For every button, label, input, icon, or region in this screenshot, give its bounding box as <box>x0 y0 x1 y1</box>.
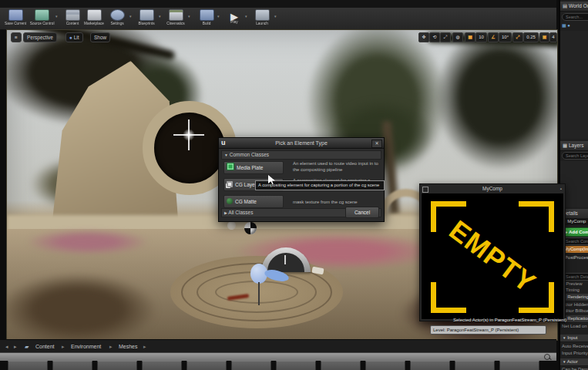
asset-thumbnail[interactable] <box>8 361 48 370</box>
save-current-button[interactable]: Save Current <box>3 8 28 29</box>
grid-snap-value[interactable]: 10 <box>475 32 487 42</box>
row-can-be-damaged[interactable]: Can be Damaged <box>562 366 588 370</box>
cancel-button[interactable]: Cancel <box>345 207 379 218</box>
tab-layers[interactable]: ▦ Layers <box>560 141 588 151</box>
rotate-tool-button[interactable]: ⟲ <box>429 32 440 42</box>
cinematics-button[interactable]: Cinematics <box>163 8 188 29</box>
asset-thumbnail[interactable] <box>499 361 539 370</box>
asset-thumbnail[interactable] <box>321 361 361 370</box>
asset-thumbnail[interactable] <box>276 361 316 370</box>
scale-snap-value[interactable]: 0.25 <box>523 32 539 42</box>
outliner-search-input[interactable]: Search... <box>562 13 588 21</box>
chevron-down-icon[interactable]: ▾ <box>159 14 161 18</box>
scale-snap-toggle[interactable]: ⤢ <box>512 32 523 42</box>
launch-button[interactable]: Launch <box>250 8 274 29</box>
chevron-down-icon[interactable]: ▾ <box>274 14 277 18</box>
toolbar-label: Source Control <box>30 21 53 25</box>
section-actor[interactable]: ▼ Actor <box>560 358 588 366</box>
minimize-icon[interactable]: ▪ <box>560 184 562 193</box>
cg-matte-button[interactable]: CG Matte <box>223 195 284 208</box>
lit-mode-button[interactable]: ● Lit <box>66 32 83 42</box>
chevron-down-icon[interactable]: ▾ <box>245 14 247 18</box>
back-button[interactable]: ◂ <box>5 340 8 353</box>
level-indicator[interactable]: Level: ParagonFeatStream_P (Persistent) <box>430 325 546 335</box>
section-input[interactable]: ▼ Input <box>560 335 588 342</box>
breadcrumb-meshes[interactable]: Meshes <box>119 340 138 353</box>
camera-speed-value[interactable]: 4 <box>549 32 557 42</box>
row-input-priority[interactable]: Input Priority <box>562 350 588 357</box>
blueprints-button[interactable]: Blueprints <box>134 8 159 29</box>
forward-button[interactable]: ▸ <box>14 340 17 353</box>
details-search-input[interactable]: Search Details <box>562 273 588 281</box>
layers-search-input[interactable]: Search Layers <box>562 152 588 160</box>
composure-preview-window[interactable]: MyComp ▪ EMPTY <box>419 183 566 321</box>
asset-thumbnail[interactable] <box>97 361 137 370</box>
tab-world-outliner[interactable]: ▤ World Outliner <box>560 2 588 12</box>
show-menu-button[interactable]: Show <box>90 32 110 42</box>
input-title: Input <box>567 335 577 340</box>
dialog-title-bar[interactable]: u Pick an Element Type ✕ <box>219 138 384 149</box>
blueprints-icon <box>139 9 154 21</box>
breadcrumb-content[interactable]: Content <box>35 340 55 353</box>
rotation-snap-value[interactable]: 10° <box>499 32 512 42</box>
asset-thumbnail[interactable] <box>186 361 227 370</box>
lit-sphere-icon: ● <box>69 35 72 40</box>
asset-thumbnail[interactable] <box>455 361 495 370</box>
world-local-toggle[interactable]: ◍ <box>452 32 463 42</box>
actor-name: MyComp <box>567 219 586 224</box>
camera-speed-button[interactable]: ▣ <box>539 32 549 42</box>
lit-label: Lit <box>74 35 79 40</box>
grid-snap-toggle[interactable]: ▦ <box>465 32 475 42</box>
play-button[interactable]: ▶ Play <box>222 8 247 29</box>
components-search-input[interactable]: Search Components <box>562 237 588 245</box>
chevron-down-icon[interactable]: ▾ <box>217 14 220 18</box>
rotation-snap-toggle[interactable]: ∠ <box>488 32 499 42</box>
scale-tool-button[interactable]: ⤢ <box>440 32 451 42</box>
add-component-button[interactable]: + Add Component <box>562 227 588 237</box>
details-row-timing[interactable]: ▶ Timing <box>562 287 588 294</box>
perspective-button[interactable]: Perspective <box>23 32 57 42</box>
type-icon: ● <box>567 23 570 28</box>
asset-thumbnail[interactable] <box>142 361 182 370</box>
scene-gauge-needle <box>284 255 286 264</box>
asset-filter-bar[interactable] <box>0 352 556 361</box>
camera-speed-label: 4 <box>552 35 554 39</box>
asset-thumbnail[interactable] <box>365 361 405 370</box>
row-auto-receive[interactable]: Auto Receive Inpu <box>562 343 588 350</box>
move-tool-button[interactable]: ✥ <box>418 32 429 42</box>
toolbar-label: Build <box>195 21 218 25</box>
breadcrumb-environment[interactable]: Environment <box>71 340 101 353</box>
component-row-selected[interactable]: MyComp(Instance) <box>562 246 588 253</box>
row-net-load[interactable]: Net Load on Clien <box>562 323 588 330</box>
preview-title-bar[interactable]: MyComp ▪ <box>420 184 565 193</box>
chevron-down-icon[interactable]: ▾ <box>55 14 58 18</box>
move-icon: ✥ <box>422 35 425 39</box>
asset-thumbnail[interactable] <box>410 361 450 370</box>
outliner-filter-icons[interactable]: ▦ ● <box>562 22 588 29</box>
actor-name-field[interactable]: ▣ MyComp <box>562 218 588 225</box>
asset-thumbnail[interactable] <box>231 361 271 370</box>
build-button[interactable]: Build <box>194 8 219 29</box>
viewport-options-button[interactable]: ≡ <box>11 32 22 42</box>
media-plate-button[interactable]: Media Plate <box>223 161 284 174</box>
breadcrumb-sep-icon: ▸ <box>143 340 146 353</box>
cg-matte-desc: mask texture from the cg scene <box>293 200 379 206</box>
cg-matte-icon <box>227 198 233 204</box>
settings-button[interactable]: Settings <box>105 8 129 29</box>
dialog-title: Pick an Element Type <box>219 138 384 148</box>
common-classes-section[interactable]: ▼ Common Classes <box>221 150 381 160</box>
scene-pink-foliage-left <box>26 229 150 255</box>
timing-row-label: Timing <box>566 288 580 292</box>
scene-platform-ring3 <box>215 281 298 304</box>
component-row-sub[interactable]: ▪ PostProcessProxy <box>562 254 588 261</box>
marketplace-button[interactable]: Marketplace <box>82 8 106 29</box>
asset-thumbnail[interactable] <box>52 361 92 370</box>
close-icon[interactable]: ✕ <box>371 140 382 148</box>
row-editor-billboard[interactable]: Editor Billboard Sc <box>562 308 588 314</box>
content-browser-icon <box>66 9 80 21</box>
outliner-tree-area[interactable] <box>560 31 588 139</box>
chevron-down-icon[interactable]: ▾ <box>129 14 132 18</box>
chevron-down-icon[interactable]: ▾ <box>188 14 190 18</box>
source-control-button[interactable]: Source Control <box>29 8 54 29</box>
chevron-right-icon: ▶ <box>224 210 227 215</box>
